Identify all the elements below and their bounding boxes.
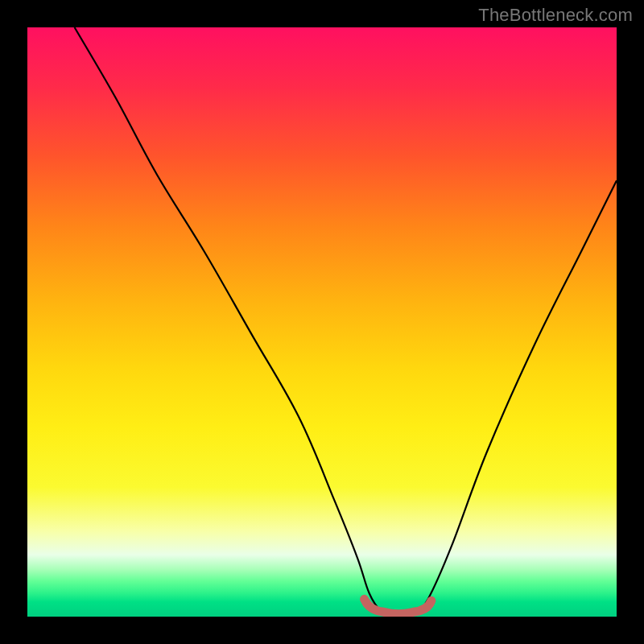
chart-svg-layer [27, 27, 617, 617]
chart-plot-area [27, 27, 617, 617]
bottleneck-curve-line [75, 27, 617, 614]
watermark-text: TheBottleneck.com [478, 5, 633, 26]
chart-frame: TheBottleneck.com [0, 0, 644, 644]
